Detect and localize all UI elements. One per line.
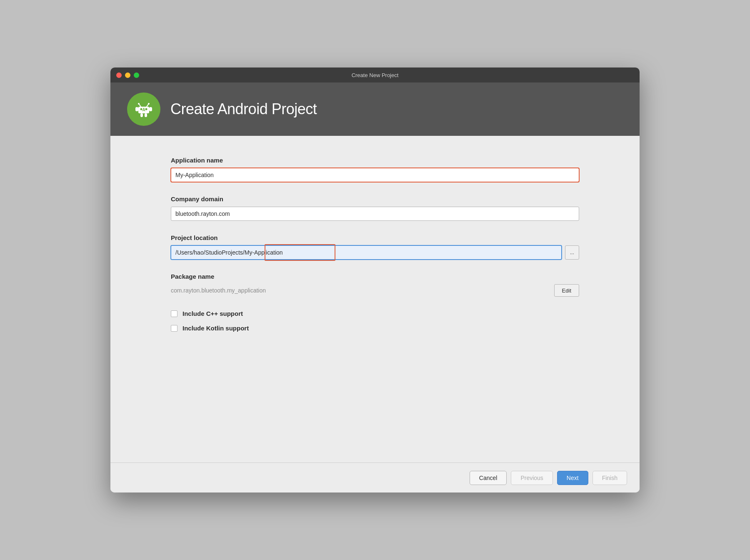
android-logo-icon: A <box>127 92 160 126</box>
finish-button[interactable]: Finish <box>592 471 627 485</box>
page-title: Create Android Project <box>170 100 317 118</box>
title-bar: Create New Project <box>110 68 640 82</box>
traffic-lights <box>116 72 139 78</box>
window-title: Create New Project <box>352 72 399 78</box>
kotlin-support-label: Include Kotlin support <box>182 325 249 332</box>
browse-button[interactable]: ... <box>565 245 579 260</box>
package-name-label: Package name <box>171 273 579 280</box>
package-name-row: com.rayton.bluetooth.my_application Edit <box>171 284 579 297</box>
svg-rect-9 <box>149 107 152 111</box>
company-domain-group: Company domain <box>171 195 579 221</box>
svg-text:A: A <box>142 108 145 112</box>
kotlin-support-checkbox[interactable] <box>171 325 178 332</box>
project-location-wrapper: ... <box>171 245 579 260</box>
close-button[interactable] <box>116 72 122 78</box>
kotlin-support-item: Include Kotlin support <box>171 325 579 332</box>
footer: Cancel Previous Next Finish <box>110 462 640 492</box>
edit-button[interactable]: Edit <box>554 284 579 297</box>
company-domain-label: Company domain <box>171 195 579 202</box>
project-location-input[interactable] <box>171 245 562 260</box>
header: A Create Android Project <box>110 82 640 136</box>
svg-point-3 <box>145 108 148 110</box>
minimize-button[interactable] <box>125 72 130 78</box>
previous-button[interactable]: Previous <box>511 471 552 485</box>
maximize-button[interactable] <box>134 72 139 78</box>
svg-rect-10 <box>140 113 143 117</box>
svg-point-5 <box>138 103 140 105</box>
cpp-support-item: Include C++ support <box>171 310 579 317</box>
app-name-label: Application name <box>171 157 579 164</box>
app-name-group: Application name <box>171 157 579 182</box>
next-button[interactable]: Next <box>557 471 588 485</box>
package-name-value: com.rayton.bluetooth.my_application <box>171 287 266 294</box>
main-window: Create New Project <box>110 68 640 492</box>
svg-rect-8 <box>135 107 138 111</box>
cpp-support-label: Include C++ support <box>182 310 243 317</box>
company-domain-input[interactable] <box>171 207 579 221</box>
form-content: Application name Company domain Project … <box>110 136 640 462</box>
app-name-input[interactable] <box>171 168 579 182</box>
cancel-button[interactable]: Cancel <box>470 471 507 485</box>
svg-point-7 <box>148 103 150 105</box>
svg-rect-11 <box>145 113 147 117</box>
project-location-label: Project location <box>171 234 579 241</box>
checkboxes-group: Include C++ support Include Kotlin suppo… <box>171 310 579 332</box>
project-input-container <box>171 245 562 260</box>
cpp-support-checkbox[interactable] <box>171 310 178 317</box>
project-location-group: Project location ... <box>171 234 579 260</box>
package-name-group: Package name com.rayton.bluetooth.my_app… <box>171 273 579 297</box>
